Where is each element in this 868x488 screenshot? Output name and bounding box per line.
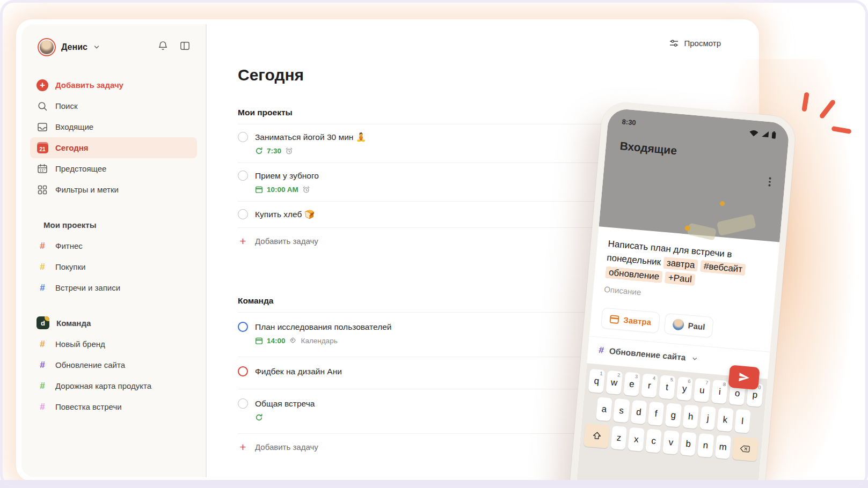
notifications-bell-icon[interactable] — [157, 40, 169, 51]
sidebar-item-label: Новый бренд — [55, 339, 105, 349]
key-g[interactable]: g — [665, 403, 682, 427]
plus-circle-icon: + — [37, 79, 48, 91]
key-i[interactable]: i8 — [711, 380, 728, 404]
key-sup-digit: 4 — [652, 376, 655, 381]
sidebar-nav: +Добавить задачуПоискВходящие21СегодняПр… — [30, 75, 197, 417]
send-icon — [737, 371, 751, 385]
account-menu[interactable]: Денис — [38, 38, 99, 56]
sidebar-item-label: Дорожная карта продукта — [55, 381, 151, 390]
key-f[interactable]: f — [648, 402, 665, 426]
sidebar-item-3[interactable]: 21Сегодня — [30, 137, 197, 158]
sidebar-item-9[interactable]: #Покупки — [30, 256, 197, 277]
sidebar-item-14[interactable]: #Обновление сайта — [30, 354, 197, 375]
key-k[interactable]: k — [717, 408, 734, 432]
phone-screen: 8:30 Входящие Написать план для встречи … — [573, 108, 790, 488]
sidebar-gap — [30, 200, 197, 214]
key-e[interactable]: e3 — [623, 372, 640, 396]
status-time: 8:30 — [622, 117, 636, 127]
due-date-chip-label: Завтра — [623, 315, 652, 327]
key-j[interactable]: j — [699, 406, 716, 430]
page-bottom-margin — [0, 480, 868, 488]
sidebar-item-15[interactable]: #Дорожная карта продукта — [30, 375, 197, 396]
sidebar-item-label: Предстоящее — [55, 164, 106, 173]
key-sup-digit: 2 — [617, 373, 621, 378]
project-hash-icon: # — [37, 241, 48, 252]
key-a[interactable]: a — [596, 397, 612, 421]
plus-icon: + — [238, 442, 248, 452]
task-due-time: 10:00 AM — [267, 186, 298, 194]
key-h[interactable]: h — [682, 404, 699, 428]
assignee-chip[interactable]: Paul — [663, 313, 714, 338]
task-checkbox[interactable] — [238, 398, 248, 409]
sidebar-item-4[interactable]: Предстоящее — [30, 158, 197, 179]
key-n[interactable]: n — [697, 433, 714, 457]
task-checkbox[interactable] — [238, 366, 248, 376]
sidebar-project-group-7[interactable]: Мои проекты — [30, 214, 197, 235]
task-checkbox[interactable] — [238, 209, 248, 219]
sidebar-item-8[interactable]: #Фитнес — [30, 235, 197, 256]
signal-icon — [761, 130, 769, 138]
task-checkbox[interactable] — [238, 171, 248, 181]
view-options-button[interactable]: Просмотр — [669, 38, 721, 48]
sidebar-item-1[interactable]: Поиск — [30, 95, 197, 116]
task-title: План исследования пользователей — [255, 321, 391, 332]
key-x[interactable]: x — [628, 427, 645, 452]
key-w[interactable]: w2 — [606, 371, 623, 395]
reminder-alarm-icon — [302, 186, 310, 194]
key-sup-digit: 3 — [635, 374, 638, 379]
key-c[interactable]: c — [645, 428, 662, 453]
sidebar-item-label: Фильтры и метки — [55, 185, 119, 194]
sidebar-item-label: Повестка встречи — [55, 402, 122, 411]
key-d[interactable]: d — [630, 400, 647, 424]
inbox-illustration-dot — [720, 201, 725, 206]
backspace-key[interactable] — [732, 437, 759, 462]
key-y[interactable]: y6 — [676, 376, 694, 401]
sidebar-item-label: Покупки — [55, 262, 85, 271]
filters-icon — [37, 184, 48, 196]
task-input[interactable]: Написать план для встречи в понедельник … — [605, 237, 768, 293]
task-checkbox[interactable] — [238, 322, 248, 332]
key-q[interactable]: q1 — [588, 369, 606, 393]
key-t[interactable]: t5 — [659, 375, 676, 399]
task-title: Прием у зубного — [255, 170, 319, 181]
chevron-down-icon — [94, 45, 99, 50]
inbox-illustration-shape — [717, 214, 756, 236]
key-l[interactable]: l — [734, 409, 751, 433]
sidebar-item-16[interactable]: #Повестка встречи — [30, 396, 197, 417]
sidebar-item-label: Входящие — [55, 122, 93, 131]
task-checkbox[interactable] — [238, 132, 248, 142]
phone-inbox-scrim: 8:30 Входящие — [599, 108, 790, 242]
battery-icon — [771, 131, 776, 139]
toggle-sidebar-icon[interactable] — [179, 40, 191, 51]
send-button[interactable] — [728, 365, 760, 390]
key-b[interactable]: b — [680, 432, 697, 456]
project-hash-icon: # — [37, 381, 48, 391]
sidebar-add-task-button[interactable]: +Добавить задачу — [30, 75, 197, 95]
phone-screen-title: Входящие — [619, 139, 787, 167]
key-v[interactable]: v — [662, 430, 679, 454]
project-selector-label: Обновление сайта — [609, 346, 686, 363]
sidebar-item-5[interactable]: Фильтры и метки — [30, 179, 197, 200]
key-u[interactable]: u7 — [694, 378, 711, 402]
kebab-menu-icon[interactable] — [768, 175, 771, 188]
sidebar-item-10[interactable]: #Встречи и записи — [30, 277, 197, 298]
key-r[interactable]: r4 — [641, 373, 658, 397]
task-title: Купить хлеб 🍞 — [255, 209, 315, 220]
today-icon: 21 — [37, 142, 48, 154]
sidebar-item-13[interactable]: #Новый бренд — [30, 334, 197, 354]
project-hash-icon: # — [37, 262, 48, 272]
key-z[interactable]: z — [611, 426, 628, 450]
due-date-chip[interactable]: Завтра — [601, 307, 660, 333]
shift-key[interactable] — [583, 423, 610, 448]
sidebar-item-label: Фитнес — [55, 241, 83, 250]
sidebar-project-group-12[interactable]: dКоманда — [30, 312, 197, 334]
wifi-icon — [748, 129, 759, 137]
key-s[interactable]: s — [613, 398, 630, 423]
task-title: Общая встреча — [255, 398, 315, 409]
project-hash-icon: # — [37, 360, 48, 371]
sidebar-item-2[interactable]: Входящие — [30, 116, 197, 137]
key-m[interactable]: m — [714, 435, 731, 459]
hash-icon: # — [599, 345, 604, 356]
plus-icon: + — [238, 236, 248, 246]
search-icon — [37, 100, 48, 112]
